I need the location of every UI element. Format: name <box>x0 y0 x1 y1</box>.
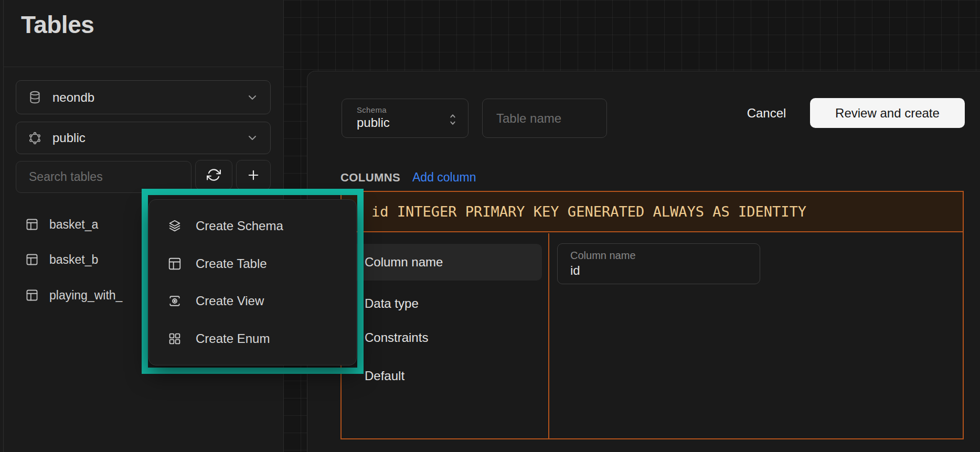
menu-item-label: Create Table <box>196 256 267 271</box>
menu-item-create-enum[interactable]: Create Enum <box>149 320 356 358</box>
nav-item-column-name[interactable]: Column name <box>347 244 542 281</box>
table-icon <box>25 253 39 266</box>
plus-icon <box>246 168 261 182</box>
column-name-field[interactable]: Column name id <box>557 243 760 284</box>
sidebar-left-edge <box>3 0 4 452</box>
chevron-down-icon <box>246 91 259 104</box>
menu-item-label: Create Enum <box>196 331 270 346</box>
menu-item-create-view[interactable]: Create View <box>149 283 356 320</box>
menu-item-label: Create View <box>196 294 264 308</box>
refresh-tables-button[interactable] <box>195 160 232 190</box>
chevron-down-icon <box>246 132 259 144</box>
table-icon <box>25 288 39 302</box>
nav-item-constraints[interactable]: Constraints <box>347 319 542 356</box>
menu-item-create-table[interactable]: Create Table <box>149 245 356 283</box>
schema-field-label: Schema <box>357 105 455 114</box>
table-icon <box>25 218 39 231</box>
nav-item-data-type[interactable]: Data type <box>347 285 542 322</box>
column-name-field-value: id <box>570 263 760 278</box>
database-icon <box>28 90 42 104</box>
table-name: playing_with_ <box>49 288 122 303</box>
sidebar-divider <box>3 67 283 67</box>
schema-field-select[interactable]: Schema public <box>342 99 468 138</box>
columns-section-heading: COLUMNS <box>340 171 400 185</box>
add-column-link[interactable]: Add column <box>412 170 476 185</box>
database-select-value: neondb <box>52 90 236 105</box>
schema-field-value: public <box>357 115 455 130</box>
nav-item-default[interactable]: Default <box>347 358 542 394</box>
layers-icon <box>167 219 182 233</box>
cancel-button[interactable]: Cancel <box>730 106 803 121</box>
schema-select-value: public <box>52 131 236 145</box>
database-select[interactable]: neondb <box>16 80 271 114</box>
chevron-up-down-icon <box>447 112 459 127</box>
nav-item-label: Constraints <box>365 330 428 345</box>
column-editor-body: Column name Data type Constraints Defaul… <box>342 233 963 438</box>
table-name-input[interactable] <box>482 99 607 138</box>
view-icon <box>167 294 182 308</box>
review-and-create-button[interactable]: Review and create <box>810 98 965 128</box>
create-table-panel: Schema public Cancel Review and create C… <box>307 71 980 452</box>
table-name: basket_b <box>49 253 98 267</box>
create-dropdown-menu: Create Schema Create Table Create View <box>148 199 357 365</box>
nav-item-label: Column name <box>365 255 443 270</box>
create-new-button[interactable] <box>236 160 271 190</box>
nav-item-label: Data type <box>365 296 419 311</box>
search-tables-input[interactable] <box>16 161 191 193</box>
column-name-field-label: Column name <box>570 250 760 262</box>
nav-item-label: Default <box>365 369 404 383</box>
tables-page: Tables neondb <box>0 0 980 452</box>
column-sql-preview: id INTEGER PRIMARY KEY GENERATED ALWAYS … <box>371 203 806 220</box>
column-sql-preview-row[interactable]: id INTEGER PRIMARY KEY GENERATED ALWAYS … <box>342 192 963 232</box>
enum-icon <box>167 331 182 346</box>
menu-item-create-schema[interactable]: Create Schema <box>149 207 356 245</box>
schema-icon <box>28 131 42 145</box>
column-editor-box: id INTEGER PRIMARY KEY GENERATED ALWAYS … <box>340 191 964 439</box>
column-editor-form: Column name id <box>549 233 963 438</box>
page-title: Tables <box>21 10 94 39</box>
menu-item-label: Create Schema <box>196 219 283 233</box>
refresh-icon <box>207 168 221 182</box>
column-editor-nav: Column name Data type Constraints Defaul… <box>342 233 548 438</box>
table-icon <box>167 256 182 271</box>
table-name: basket_a <box>49 218 98 232</box>
schema-select[interactable]: public <box>16 122 271 154</box>
